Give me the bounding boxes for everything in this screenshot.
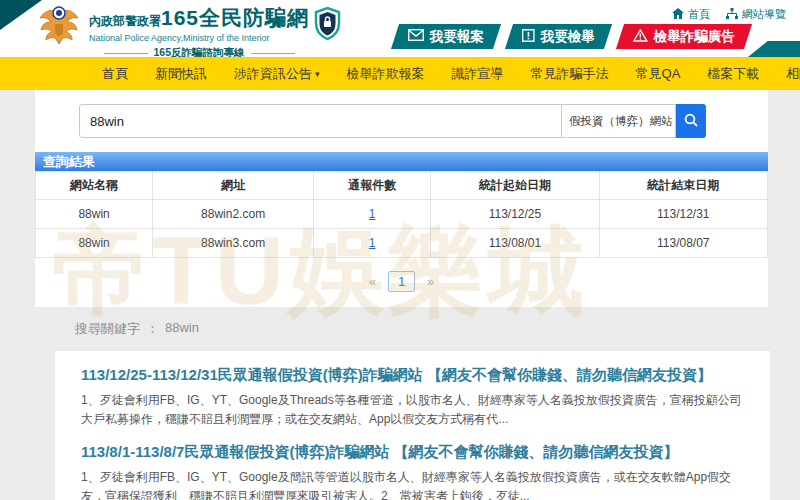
result-snippet: 1、歹徒會利用FB、IG、YT、Google及Threads等各種管道，以股市名… (81, 391, 744, 428)
report-icon (522, 29, 535, 45)
cell-url: 88win2.com (153, 200, 314, 229)
keyword-separator: ： (146, 320, 159, 338)
sitemap-link-label: 網站導覽 (742, 7, 786, 22)
agency-name: 內政部警政署 (89, 13, 161, 30)
col-start-date: 統計起始日期 (431, 172, 599, 200)
nav-item-fraud-info[interactable]: 涉詐資訊公告▾ (234, 65, 320, 83)
main-nav: 首頁 新聞快訊 涉詐資訊公告▾ 檢舉詐欺報案 識詐宣導 常見詐騙手法 常見QA … (0, 57, 800, 90)
search-results-panel: 113/12/25-113/12/31民眾通報假投資(博弈)詐騙網站 【網友不會… (55, 351, 770, 500)
pagination-next[interactable]: » (427, 274, 434, 289)
nav-item-news[interactable]: 新聞快訊 (155, 65, 207, 83)
pagination-prev[interactable]: « (369, 274, 376, 289)
report-scam-ad-label: 檢舉詐騙廣告 (654, 28, 735, 46)
cell-end-date: 113/08/07 (599, 229, 767, 258)
home-link[interactable]: 首頁 (672, 7, 710, 22)
results-section-title: 查詢結果 (35, 152, 768, 171)
cell-url: 88win3.com (153, 229, 314, 258)
report-tip-label: 我要檢舉 (541, 28, 595, 46)
results-table: 網站名稱 網址 通報件數 統計起始日期 統計結束日期 88win 88win2.… (35, 171, 768, 258)
table-header-row: 網站名稱 網址 通報件數 統計起始日期 統計結束日期 (36, 172, 768, 200)
cell-end-date: 113/12/31 (599, 200, 767, 229)
action-buttons: 我要報案 我要檢舉 檢舉詐騙廣告 (395, 24, 748, 49)
search-bar: 假投資（博弈）網站 (35, 90, 768, 152)
nav-item-report[interactable]: 檢舉詐欺報案 (347, 65, 425, 83)
cell-start-date: 113/08/01 (431, 229, 599, 258)
mail-icon (408, 29, 424, 44)
shield-lock-icon (314, 7, 341, 44)
report-case-button[interactable]: 我要報案 (391, 24, 501, 49)
result-title-link[interactable]: 113/12/25-113/12/31民眾通報假投資(博弈)詐騙網站 【網友不會… (81, 366, 744, 385)
nav-item-common-scams[interactable]: 常見詐騙手法 (531, 65, 609, 83)
result-title-link[interactable]: 113/8/1-113/8/7民眾通報假投資(博弈)詐騙網站 【網友不會幫你賺錢… (81, 443, 744, 462)
cell-start-date: 113/12/25 (431, 200, 599, 229)
police-badge-icon (36, 4, 82, 54)
nav-item-home[interactable]: 首頁 (102, 65, 128, 83)
result-snippet: 1、歹徒會利用FB、IG、YT、Google及簡訊等管道以股市名人、財經專家等人… (81, 468, 744, 500)
nav-item-links[interactable]: 相關連結▾ (786, 65, 800, 83)
report-count-link[interactable]: 1 (369, 207, 376, 221)
report-scam-ad-button[interactable]: 檢舉詐騙廣告 (616, 24, 752, 49)
pagination-page-1[interactable]: 1 (388, 271, 415, 292)
pagination: « 1 » (35, 258, 768, 307)
list-item: 113/8/1-113/8/7民眾通報假投資(博弈)詐騙網站 【網友不會幫你賺錢… (81, 443, 744, 500)
col-report-count: 通報件數 (314, 172, 431, 200)
warning-icon (633, 29, 648, 45)
home-icon (672, 8, 684, 21)
report-count-link[interactable]: 1 (369, 236, 376, 250)
home-link-label: 首頁 (688, 7, 710, 22)
table-row: 88win 88win2.com 1 113/12/25 113/12/31 (36, 200, 768, 229)
nav-item-awareness[interactable]: 識詐宣導 (452, 65, 504, 83)
col-site-name: 網站名稱 (36, 172, 153, 200)
site-header: 內政部警政署 165全民防騙網 National Police Agency,M… (0, 0, 800, 57)
report-case-label: 我要報案 (430, 28, 484, 46)
nav-item-faq[interactable]: 常見QA (636, 65, 681, 83)
search-icon (684, 113, 698, 130)
table-row: 88win 88win3.com 1 113/08/01 113/08/07 (36, 229, 768, 258)
site-name: 165全民防騙網 (161, 4, 309, 32)
keyword-label: 搜尋關鍵字 (75, 320, 140, 338)
quick-links: 首頁 網站導覽 (672, 7, 786, 22)
agency-name-english: National Police Agency,Ministry of the I… (89, 33, 309, 43)
search-input[interactable] (79, 104, 562, 138)
keyword-value: 88win (165, 320, 199, 338)
header-right-decoration (748, 41, 800, 57)
sitemap-icon (726, 8, 738, 21)
search-keyword-line: 搜尋關鍵字 ： 88win (0, 307, 800, 351)
logo-text: 內政部警政署 165全民防騙網 National Police Agency,M… (89, 4, 309, 60)
category-select-value: 假投資（博弈）網站 (569, 114, 673, 129)
report-tip-button[interactable]: 我要檢舉 (505, 24, 612, 49)
chevron-down-icon: ▾ (315, 69, 320, 79)
search-button[interactable] (676, 104, 706, 138)
sitemap-link[interactable]: 網站導覽 (726, 7, 786, 22)
cell-site-name: 88win (36, 200, 153, 229)
cell-site-name: 88win (36, 229, 153, 258)
col-end-date: 統計結束日期 (599, 172, 767, 200)
site-logo[interactable]: 內政部警政署 165全民防騙網 National Police Agency,M… (36, 4, 341, 60)
query-panel: 假投資（博弈）網站 查詢結果 網站名稱 網址 通報件數 統計起始日期 統計結束日… (35, 90, 768, 307)
nav-item-downloads[interactable]: 檔案下載 (707, 65, 759, 83)
list-item: 113/12/25-113/12/31民眾通報假投資(博弈)詐騙網站 【網友不會… (81, 366, 744, 428)
category-select[interactable]: 假投資（博弈）網站 (562, 104, 676, 138)
col-url: 網址 (153, 172, 314, 200)
